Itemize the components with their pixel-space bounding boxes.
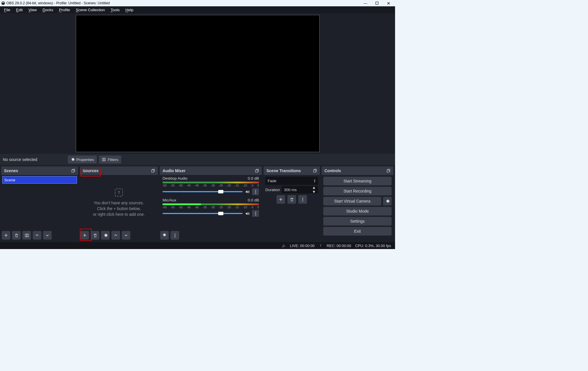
remove-transition-button[interactable] bbox=[287, 195, 296, 204]
volume-slider[interactable] bbox=[163, 213, 243, 214]
svg-rect-9 bbox=[256, 170, 258, 172]
scene-filters-button[interactable] bbox=[22, 231, 31, 240]
filters-icon bbox=[102, 158, 106, 162]
mixer-header[interactable]: Audio Mixer bbox=[160, 166, 262, 175]
status-live: LIVE: 00:00:00 bbox=[290, 244, 315, 248]
sources-header[interactable]: Sources bbox=[80, 166, 158, 175]
sources-empty-placeholder[interactable]: ? You don't have any sources. Click the … bbox=[80, 175, 158, 230]
volume-slider[interactable] bbox=[163, 191, 243, 192]
add-transition-button[interactable] bbox=[276, 195, 285, 204]
controls-header[interactable]: Controls bbox=[322, 166, 393, 175]
source-properties-button[interactable] bbox=[101, 231, 110, 240]
gear-icon bbox=[71, 158, 75, 162]
mixer-channel: Desktop Audio 0.0 dB -60-55-50-45-40-35-… bbox=[160, 175, 262, 197]
svg-rect-6 bbox=[25, 234, 26, 237]
exit-button[interactable]: Exit bbox=[323, 227, 392, 236]
minimize-button[interactable]: — bbox=[363, 1, 367, 5]
svg-rect-5 bbox=[72, 170, 74, 172]
transition-menu-button[interactable] bbox=[298, 195, 307, 204]
settings-button[interactable]: Settings bbox=[323, 217, 392, 226]
menu-help[interactable]: Help bbox=[123, 7, 136, 13]
svg-rect-12 bbox=[387, 170, 389, 172]
audio-mixer-dock: Audio Mixer Desktop Audio 0.0 dB -60-55-… bbox=[160, 166, 262, 240]
menu-profile[interactable]: Profile bbox=[56, 7, 73, 13]
preview-canvas[interactable] bbox=[76, 15, 320, 152]
audio-meter bbox=[163, 203, 259, 205]
studio-mode-button[interactable]: Studio Mode bbox=[323, 207, 392, 215]
mixer-menu-button[interactable] bbox=[171, 231, 179, 240]
menu-file[interactable]: File bbox=[1, 7, 13, 13]
spinner-icon: ▲▼ bbox=[312, 185, 316, 194]
status-cpu: CPU: 0.3%, 30.00 fps bbox=[355, 244, 391, 248]
spinner-icon: ▲▼ bbox=[314, 179, 316, 183]
remove-scene-button[interactable] bbox=[12, 231, 21, 240]
transitions-dock: Scene Transitions Fade ▲▼ Duration 300 m… bbox=[264, 166, 320, 240]
remove-source-button[interactable] bbox=[91, 231, 99, 240]
source-move-up-button[interactable] bbox=[111, 231, 120, 240]
menu-edit[interactable]: Edit bbox=[13, 7, 26, 13]
menu-tools[interactable]: Tools bbox=[108, 7, 123, 13]
filters-button[interactable]: Filters bbox=[99, 156, 121, 164]
speaker-icon[interactable] bbox=[245, 189, 250, 194]
start-streaming-button[interactable]: Start Streaming bbox=[323, 177, 392, 185]
transition-select[interactable]: Fade ▲▼ bbox=[265, 177, 318, 185]
virtual-camera-settings-button[interactable] bbox=[383, 197, 392, 205]
maximize-button[interactable] bbox=[375, 1, 379, 5]
sources-dock: Sources ? You don't have any sources. Cl… bbox=[80, 166, 158, 240]
svg-rect-4 bbox=[104, 158, 106, 161]
popout-icon[interactable] bbox=[151, 169, 155, 173]
start-recording-button[interactable]: Start Recording bbox=[323, 187, 392, 195]
svg-point-13 bbox=[282, 246, 283, 247]
source-move-down-button[interactable] bbox=[122, 231, 130, 240]
meter-ticks: -60-55-50-45-40-35-30-25-20-15-10-50 bbox=[163, 184, 259, 187]
audio-meter bbox=[163, 182, 259, 183]
meter-ticks: -60-55-50-45-40-35-30-25-20-15-10-50 bbox=[163, 206, 259, 209]
menu-scene-collection[interactable]: Scene Collection bbox=[73, 7, 108, 13]
channel-menu-button[interactable] bbox=[252, 188, 259, 195]
popout-icon[interactable] bbox=[255, 169, 259, 173]
channel-db: 0.0 dB bbox=[248, 176, 259, 180]
channel-db: 0.0 dB bbox=[248, 198, 259, 202]
preview-area bbox=[0, 13, 395, 154]
window-titlebar: OBS 29.0.2 (64-bit, windows) - Profile: … bbox=[0, 0, 395, 6]
scenes-header[interactable]: Scenes bbox=[1, 166, 78, 175]
menu-bar: File Edit View Docks Profile Scene Colle… bbox=[0, 6, 395, 13]
status-rec: REC: 00:00:00 bbox=[327, 244, 351, 248]
duration-input[interactable]: 300 ms ▲▼ bbox=[282, 186, 318, 193]
window-title: OBS 29.0.2 (64-bit, windows) - Profile: … bbox=[6, 1, 110, 5]
popout-icon[interactable] bbox=[386, 169, 390, 173]
add-scene-button[interactable] bbox=[2, 231, 10, 240]
add-source-button[interactable] bbox=[80, 231, 89, 240]
transitions-header[interactable]: Scene Transitions bbox=[264, 166, 320, 175]
svg-rect-3 bbox=[102, 158, 104, 161]
scene-item[interactable]: Scene bbox=[2, 176, 77, 184]
popout-icon[interactable] bbox=[71, 169, 75, 173]
speaker-icon[interactable] bbox=[245, 211, 250, 216]
question-icon: ? bbox=[115, 189, 123, 197]
source-info-bar: No source selected Properties Filters bbox=[0, 154, 395, 165]
channel-name: Desktop Audio bbox=[163, 176, 187, 180]
controls-dock: Controls Start Streaming Start Recording… bbox=[322, 166, 393, 240]
menu-docks[interactable]: Docks bbox=[40, 7, 56, 13]
channel-menu-button[interactable] bbox=[252, 210, 259, 217]
svg-rect-11 bbox=[314, 170, 316, 172]
scene-move-up-button[interactable] bbox=[33, 231, 41, 240]
svg-rect-8 bbox=[152, 170, 154, 172]
properties-button[interactable]: Properties bbox=[68, 156, 97, 164]
duration-label: Duration bbox=[265, 188, 280, 192]
popout-icon[interactable] bbox=[313, 169, 317, 173]
close-button[interactable]: ✕ bbox=[387, 1, 390, 5]
scenes-dock: Scenes Scene bbox=[1, 166, 78, 240]
svg-rect-2 bbox=[376, 2, 378, 4]
disconnect-icon bbox=[319, 244, 323, 248]
mixer-advanced-button[interactable] bbox=[160, 231, 169, 240]
svg-rect-7 bbox=[27, 234, 28, 237]
menu-view[interactable]: View bbox=[26, 7, 40, 13]
start-virtual-camera-button[interactable]: Start Virtual Camera bbox=[323, 197, 381, 205]
no-source-label: No source selected bbox=[3, 157, 37, 162]
mixer-channel: Mic/Aux 0.0 dB -60-55-50-45-40-35-30-25-… bbox=[160, 197, 262, 219]
obs-logo-icon bbox=[1, 1, 5, 5]
network-icon bbox=[282, 244, 286, 248]
channel-name: Mic/Aux bbox=[163, 198, 176, 202]
scene-move-down-button[interactable] bbox=[43, 231, 52, 240]
